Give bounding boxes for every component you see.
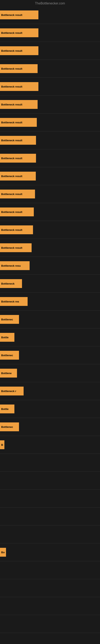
bar-row-31 xyxy=(0,561,100,579)
bar-label-20: Bottlene xyxy=(1,372,12,375)
result-bar-11[interactable]: Bottleneck result xyxy=(0,208,34,216)
bar-label-18: Bottle xyxy=(1,336,9,339)
bar-label-21: Bottleneck r xyxy=(1,390,16,393)
bar-label-17: Bottlenec xyxy=(1,318,13,321)
bar-label-5: Bottleneck result xyxy=(1,103,22,106)
bar-row-32 xyxy=(0,579,100,597)
bar-row-8: Bottleneck result xyxy=(0,149,100,167)
bar-label-19: Bottlenec xyxy=(1,354,13,357)
bar-row-29 xyxy=(0,526,100,543)
bar-label-8: Bottleneck result xyxy=(1,157,22,160)
result-bar-23[interactable]: Bottlenec xyxy=(0,422,19,431)
bar-label-15: Bottleneck xyxy=(1,282,14,285)
bar-label-24: B xyxy=(1,443,3,446)
result-bar-0[interactable]: Bottleneck result xyxy=(0,10,38,19)
bar-row-30: Bo xyxy=(0,544,100,561)
bar-row-19: Bottlenec xyxy=(0,346,100,364)
bar-row-16: Bottleneck res xyxy=(0,292,100,310)
bar-row-25 xyxy=(0,454,100,472)
bar-row-20: Bottlene xyxy=(0,364,100,382)
bar-row-14: Bottleneck resu xyxy=(0,257,100,274)
bar-row-33 xyxy=(0,597,100,615)
result-bar-16[interactable]: Bottleneck res xyxy=(0,297,28,306)
bar-label-12: Bottleneck result xyxy=(1,228,22,232)
result-bar-17[interactable]: Bottlenec xyxy=(0,315,19,324)
result-bar-18[interactable]: Bottle xyxy=(0,333,14,342)
bar-row-34 xyxy=(0,615,100,633)
result-bar-4[interactable]: Bottleneck result xyxy=(0,82,38,91)
site-title: TheBottlenecker.com xyxy=(0,0,100,6)
bar-label-23: Bottlenec xyxy=(1,426,13,428)
result-bar-9[interactable]: Bottleneck result xyxy=(0,172,36,180)
bar-label-14: Bottleneck resu xyxy=(1,264,21,267)
bar-row-17: Bottlenec xyxy=(0,310,100,328)
bars-container: Bottleneck resultBottleneck resultBottle… xyxy=(0,6,100,644)
result-bar-21[interactable]: Bottleneck r xyxy=(0,386,24,396)
bar-row-4: Bottleneck result xyxy=(0,78,100,96)
bar-label-4: Bottleneck result xyxy=(1,85,22,88)
bar-label-3: Bottleneck result xyxy=(1,67,22,70)
bar-row-28 xyxy=(0,508,100,525)
result-bar-2[interactable]: Bottleneck result xyxy=(0,46,38,55)
bar-label-7: Bottleneck result xyxy=(1,139,22,142)
bar-row-9: Bottleneck result xyxy=(0,167,100,185)
bar-row-0: Bottleneck result xyxy=(0,6,100,24)
result-bar-19[interactable]: Bottlenec xyxy=(0,351,19,360)
bar-row-27 xyxy=(0,490,100,507)
bar-label-22: Bottle xyxy=(1,408,9,410)
bar-label-6: Bottleneck result xyxy=(1,121,22,124)
result-bar-5[interactable]: Bottleneck result xyxy=(0,100,38,109)
bar-label-10: Bottleneck result xyxy=(1,192,22,196)
bar-row-26 xyxy=(0,472,100,490)
result-bar-15[interactable]: Bottleneck xyxy=(0,279,22,288)
bar-row-23: Bottlenec xyxy=(0,418,100,436)
bar-label-9: Bottleneck result xyxy=(1,175,22,178)
result-bar-8[interactable]: Bottleneck result xyxy=(0,154,36,162)
bar-row-24: B xyxy=(0,436,100,454)
bar-row-2: Bottleneck result xyxy=(0,42,100,60)
bar-row-3: Bottleneck result xyxy=(0,60,100,78)
bar-row-21: Bottleneck r xyxy=(0,382,100,400)
result-bar-3[interactable]: Bottleneck result xyxy=(0,64,38,73)
result-bar-30[interactable]: Bo xyxy=(0,548,6,557)
result-bar-12[interactable]: Bottleneck result xyxy=(0,226,33,234)
bar-row-15: Bottleneck xyxy=(0,275,100,292)
bar-label-2: Bottleneck result xyxy=(1,49,22,52)
bar-row-7: Bottleneck result xyxy=(0,132,100,149)
bar-label-16: Bottleneck res xyxy=(1,300,19,303)
bar-label-0: Bottleneck result xyxy=(1,14,22,16)
bar-row-22: Bottle xyxy=(0,400,100,418)
result-bar-14[interactable]: Bottleneck resu xyxy=(0,261,30,270)
result-bar-6[interactable]: Bottleneck result xyxy=(0,118,37,127)
result-bar-1[interactable]: Bottleneck result xyxy=(0,28,38,37)
bar-row-1: Bottleneck result xyxy=(0,24,100,42)
result-bar-24[interactable]: B xyxy=(0,440,4,449)
bar-label-1: Bottleneck result xyxy=(1,32,22,34)
bar-row-12: Bottleneck result xyxy=(0,221,100,239)
result-bar-20[interactable]: Bottlene xyxy=(0,369,17,378)
result-bar-7[interactable]: Bottleneck result xyxy=(0,136,36,145)
result-bar-22[interactable]: Bottle xyxy=(0,404,14,413)
bar-row-35 xyxy=(0,633,100,644)
bar-label-13: Bottleneck result xyxy=(1,246,22,249)
bar-row-18: Bottle xyxy=(0,328,100,346)
result-bar-10[interactable]: Bottleneck result xyxy=(0,190,35,198)
bar-row-10: Bottleneck result xyxy=(0,185,100,203)
bar-label-30: Bo xyxy=(1,551,4,554)
bar-row-5: Bottleneck result xyxy=(0,96,100,113)
bar-row-11: Bottleneck result xyxy=(0,203,100,221)
bar-row-6: Bottleneck result xyxy=(0,114,100,131)
bar-row-13: Bottleneck result xyxy=(0,239,100,256)
bar-label-11: Bottleneck result xyxy=(1,210,22,214)
result-bar-13[interactable]: Bottleneck result xyxy=(0,243,32,252)
